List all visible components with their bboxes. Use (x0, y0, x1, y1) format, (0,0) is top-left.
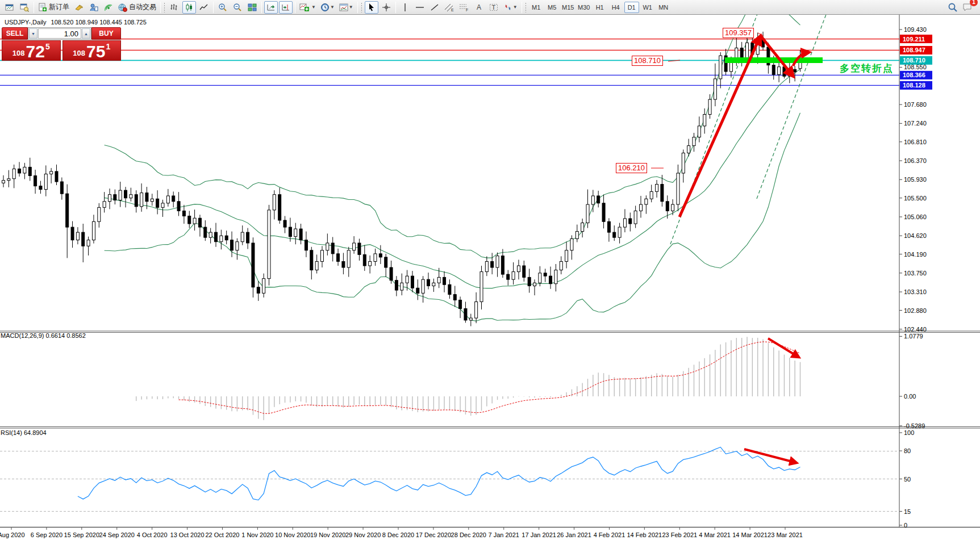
buy-price[interactable]: 108751 (62, 40, 122, 61)
timeframe-M15[interactable]: M15 (561, 2, 576, 13)
svg-text:108.947: 108.947 (903, 47, 925, 53)
equidistant-channel-icon[interactable]: E (443, 1, 456, 14)
svg-text:T: T (491, 4, 495, 11)
sell-button[interactable]: SELL (2, 27, 28, 40)
svg-text:80: 80 (904, 447, 911, 454)
svg-text:104.190: 104.190 (904, 251, 927, 258)
chart-profiles-icon[interactable] (18, 1, 31, 14)
sell-price[interactable]: 108725 (2, 40, 61, 61)
arrows-tool-icon[interactable]: ▼ (502, 1, 519, 14)
svg-text:15: 15 (904, 508, 911, 515)
green-highlight-bar (725, 57, 823, 63)
auto-scroll-icon[interactable] (264, 1, 278, 14)
search-icon[interactable] (946, 1, 960, 14)
svg-text:RSI(14) 64.8904: RSI(14) 64.8904 (1, 429, 47, 436)
candlestick-icon[interactable] (182, 1, 196, 14)
svg-text:108.128: 108.128 (903, 82, 925, 89)
text-icon[interactable]: A (472, 1, 486, 14)
sell-price-prefix: 108 (12, 49, 25, 57)
periods-icon[interactable]: ▼ (319, 1, 336, 14)
zoom-out-icon[interactable] (231, 1, 244, 14)
price-axis: 109.430108.550107.680107.240106.810106.3… (899, 26, 932, 333)
svg-text:17 Jan 2021: 17 Jan 2021 (522, 531, 556, 538)
bar-chart-icon[interactable] (168, 1, 181, 14)
indicators-icon[interactable]: ▼ (298, 1, 318, 14)
svg-text:102.880: 102.880 (904, 307, 927, 314)
data-window-icon[interactable] (87, 1, 101, 14)
macd-pane: MACD(12,26,9) 0.6614 0.85621.07790.00-0.… (1, 332, 925, 429)
volume-increase-button[interactable]: ▲ (82, 28, 90, 39)
date-axis: Aug 20206 Sep 202015 Sep 202024 Sep 2020… (0, 528, 803, 538)
cursor-icon[interactable] (365, 1, 378, 14)
trendlines (670, 9, 828, 244)
signals-icon[interactable] (102, 1, 115, 14)
crosshair-icon[interactable] (380, 1, 393, 14)
templates-icon[interactable]: ▼ (337, 1, 355, 14)
svg-text:0: 0 (904, 522, 907, 529)
autotrading-label: 自动交易 (129, 2, 156, 12)
svg-text:100: 100 (904, 429, 914, 436)
horizontal-line-icon[interactable] (413, 1, 427, 14)
price-annotation-peak[interactable]: 109.357 (723, 28, 754, 38)
mt4-window: 新订单 自动交易 (0, 0, 980, 540)
styler-icon[interactable] (72, 1, 86, 14)
svg-text:-0.5289: -0.5289 (904, 422, 925, 429)
ohlc-readout: 108.520 108.949 108.445 108.725 (51, 19, 147, 26)
chinese-note-label[interactable]: 多空转折点 (840, 62, 894, 75)
svg-text:8 Dec 2020: 8 Dec 2020 (382, 531, 414, 538)
line-chart-icon[interactable] (197, 1, 211, 14)
volume-input[interactable]: 1.00 (38, 28, 81, 39)
zoom-in-icon[interactable] (216, 1, 230, 14)
price-annotation-base[interactable]: 106.210 (616, 163, 647, 173)
svg-text:29 Nov 2020: 29 Nov 2020 (345, 531, 381, 538)
fibonacci-icon[interactable]: F (457, 1, 471, 14)
timeframe-D1[interactable]: D1 (624, 2, 639, 13)
chat-icon[interactable]: 1 (961, 1, 974, 14)
chat-badge: 1 (970, 0, 978, 6)
timeframe-W1[interactable]: W1 (640, 2, 655, 13)
volume-control: ▼ 1.00 ▲ (28, 27, 91, 40)
timeframe-H4[interactable]: H4 (608, 2, 623, 13)
svg-text:4 Oct 2020: 4 Oct 2020 (137, 531, 168, 538)
timeframe-H1[interactable]: H1 (593, 2, 607, 13)
autotrading-button[interactable]: 自动交易 (116, 1, 158, 14)
svg-text:23 Feb 2021: 23 Feb 2021 (662, 531, 697, 538)
timeframe-M1[interactable]: M1 (529, 2, 544, 13)
rsi-pane: RSI(14) 64.89041008050150 (0, 429, 914, 529)
main-toolbar: 新订单 自动交易 (0, 0, 980, 15)
price-annotation-level[interactable]: 108.710 (632, 56, 663, 66)
timeframe-M5[interactable]: M5 (545, 2, 560, 13)
buy-button[interactable]: BUY (91, 27, 121, 40)
svg-text:106.810: 106.810 (904, 139, 927, 145)
new-order-label: 新订单 (49, 2, 69, 12)
svg-text:4 Feb 2021: 4 Feb 2021 (594, 531, 625, 538)
new-order-button[interactable]: 新订单 (36, 1, 71, 14)
svg-text:1 Nov 2020: 1 Nov 2020 (241, 531, 273, 538)
svg-text:108.710: 108.710 (903, 57, 925, 64)
svg-text:E: E (451, 8, 454, 12)
chart-canvas[interactable]: 109.430108.550107.680107.240106.810106.3… (0, 0, 980, 540)
trendline-icon[interactable] (428, 1, 441, 14)
volume-decrease-button[interactable]: ▼ (29, 28, 37, 39)
text-label-icon[interactable]: T (487, 1, 501, 14)
svg-text:28 Dec 2020: 28 Dec 2020 (451, 531, 486, 538)
timeframe-M30[interactable]: M30 (577, 2, 591, 13)
buy-price-big: 75 (86, 44, 105, 59)
chart-header: USDJPY-,Daily108.520 108.949 108.445 108… (5, 19, 147, 26)
svg-text:MACD(12,26,9) 0.6614 0.8562: MACD(12,26,9) 0.6614 0.8562 (1, 332, 86, 339)
new-chart-icon[interactable] (3, 1, 16, 14)
buy-price-prefix: 108 (73, 49, 85, 57)
bollinger-bands (105, 0, 800, 321)
svg-text:4 Mar 2021: 4 Mar 2021 (699, 531, 731, 538)
vertical-line-icon[interactable] (398, 1, 412, 14)
svg-text:23 Mar 2021: 23 Mar 2021 (768, 531, 803, 538)
svg-text:6 Sep 2020: 6 Sep 2020 (31, 531, 62, 538)
chart-shift-icon[interactable] (279, 1, 293, 14)
tile-windows-icon[interactable] (245, 1, 259, 14)
arrows-caret-icon: ▼ (513, 5, 518, 10)
svg-text:15 Sep 2020: 15 Sep 2020 (64, 531, 99, 538)
buy-price-pip: 1 (106, 42, 110, 51)
timeframe-MN[interactable]: MN (656, 2, 671, 13)
svg-text:10 Nov 2020: 10 Nov 2020 (275, 531, 310, 538)
frame (0, 15, 980, 528)
